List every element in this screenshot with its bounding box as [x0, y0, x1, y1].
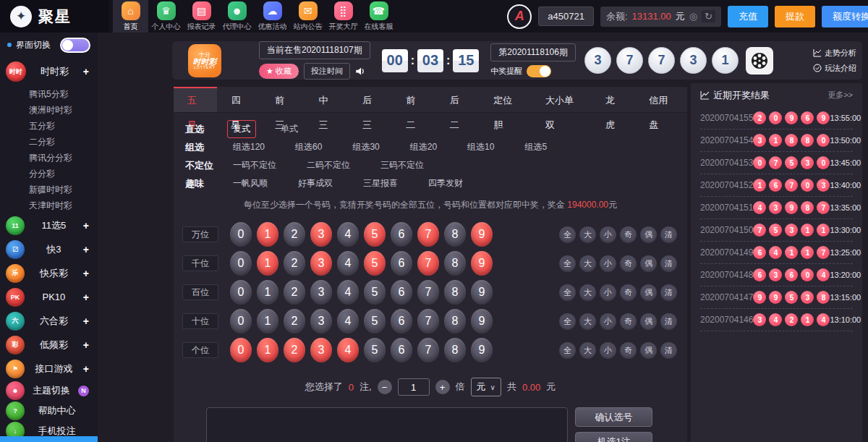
number-ball-2[interactable]: 2	[284, 222, 305, 247]
quick-button-大[interactable]: 大	[579, 255, 596, 272]
number-ball-7[interactable]: 7	[417, 251, 439, 276]
bet-slip-textarea[interactable]	[206, 407, 568, 442]
number-ball-2[interactable]: 2	[284, 338, 305, 362]
number-ball-4[interactable]: 4	[337, 338, 359, 362]
quick-button-大[interactable]: 大	[579, 313, 596, 330]
expand-plus-icon[interactable]: +	[83, 66, 89, 77]
sidebar-item-7[interactable]: 天津时时彩	[0, 197, 98, 213]
sidebar-group-shishicai[interactable]: 时时时时彩+	[0, 57, 98, 86]
sidebar-extra-item[interactable]: ?帮助中心	[0, 401, 98, 421]
number-ball-7[interactable]: 7	[417, 222, 439, 247]
favorite-button[interactable]: ★ 收藏	[259, 64, 299, 79]
refresh-icon[interactable]: ↻	[702, 10, 715, 22]
quick-button-清[interactable]: 清	[660, 284, 677, 301]
quick-button-全[interactable]: 全	[559, 255, 576, 272]
number-ball-8[interactable]: 8	[444, 338, 466, 362]
number-ball-6[interactable]: 6	[391, 309, 412, 333]
number-ball-2[interactable]: 2	[284, 251, 305, 276]
number-ball-2[interactable]: 2	[284, 280, 305, 305]
bet-option-组选5[interactable]: 组选5	[519, 138, 553, 156]
expand-plus-icon[interactable]: +	[83, 339, 89, 351]
bet-option-三码不定位[interactable]: 三码不定位	[375, 156, 430, 174]
bet-option-组选20[interactable]: 组选20	[404, 138, 443, 156]
number-ball-0[interactable]: 0	[230, 309, 252, 333]
number-ball-6[interactable]: 6	[391, 338, 412, 362]
quick-button-偶[interactable]: 偶	[640, 342, 657, 359]
bet-option-组选60[interactable]: 组选60	[289, 138, 328, 156]
expand-plus-icon[interactable]: +	[83, 244, 89, 255]
tab-后三[interactable]: 后三	[349, 87, 392, 112]
quick-button-偶[interactable]: 偶	[640, 255, 657, 272]
sidebar-extra-item[interactable]: ☻主题切换N	[0, 381, 98, 401]
nav-item-home[interactable]: ⌂首页	[113, 0, 148, 33]
number-ball-5[interactable]: 5	[364, 251, 386, 276]
nav-item-user-center[interactable]: ♛个人中心	[148, 0, 184, 33]
plus-button[interactable]: +	[435, 380, 450, 394]
quick-button-偶[interactable]: 偶	[640, 313, 657, 330]
eye-icon[interactable]: ◎	[689, 11, 697, 22]
tab-定位胆[interactable]: 定位胆	[480, 87, 532, 112]
nav-item-promotions[interactable]: ☁优惠活动	[255, 0, 290, 33]
quick-button-全[interactable]: 全	[559, 284, 576, 301]
quick-button-清[interactable]: 清	[660, 226, 677, 243]
nav-item-agent-center[interactable]: ☻代理中心	[219, 0, 255, 33]
sidebar-item-3[interactable]: 二分彩	[0, 134, 98, 150]
bet-option-组选10[interactable]: 组选10	[461, 138, 500, 156]
sidebar-item-0[interactable]: 腾讯5分彩	[0, 86, 98, 102]
number-ball-3[interactable]: 3	[310, 280, 332, 305]
number-ball-1[interactable]: 1	[257, 338, 278, 362]
site-logo[interactable]: ✦ 聚星	[0, 0, 109, 33]
number-ball-7[interactable]: 7	[417, 338, 439, 362]
number-ball-1[interactable]: 1	[257, 251, 278, 276]
quick-button-奇[interactable]: 奇	[620, 284, 637, 301]
number-ball-2[interactable]: 2	[284, 309, 305, 333]
nav-item-online-service[interactable]: ☎在线客服	[361, 0, 396, 33]
tab-后二[interactable]: 后二	[436, 87, 480, 112]
number-ball-0[interactable]: 0	[230, 280, 252, 305]
quick-button-大[interactable]: 大	[579, 284, 596, 301]
number-ball-4[interactable]: 4	[337, 222, 359, 247]
number-ball-1[interactable]: 1	[257, 309, 278, 333]
quick-button-偶[interactable]: 偶	[640, 226, 657, 243]
bet-option-三星报喜[interactable]: 三星报喜	[357, 174, 404, 192]
expand-plus-icon[interactable]: +	[83, 292, 89, 303]
quick-button-小[interactable]: 小	[600, 226, 616, 243]
number-ball-5[interactable]: 5	[364, 338, 386, 362]
number-ball-5[interactable]: 5	[364, 222, 386, 247]
sidebar-item-5[interactable]: 分分彩	[0, 166, 98, 182]
bet-option-二码不定位[interactable]: 二码不定位	[301, 156, 356, 174]
bet-option-组选120[interactable]: 组选120	[227, 138, 271, 156]
random-pick-button[interactable]: 机选1注	[575, 432, 652, 442]
number-ball-5[interactable]: 5	[364, 280, 386, 305]
quick-button-全[interactable]: 全	[559, 226, 576, 243]
tab-五星[interactable]: 五星	[174, 87, 217, 112]
quick-button-奇[interactable]: 奇	[620, 342, 637, 359]
multiplier-input[interactable]	[398, 378, 430, 396]
number-ball-4[interactable]: 4	[337, 280, 359, 305]
sidebar-item-1[interactable]: 澳洲时时彩	[0, 102, 98, 118]
number-ball-8[interactable]: 8	[444, 222, 466, 247]
more-link[interactable]: 更多>>	[827, 90, 853, 101]
confirm-selection-button[interactable]: 确认选号	[575, 407, 652, 427]
number-ball-7[interactable]: 7	[417, 309, 439, 333]
number-ball-9[interactable]: 9	[471, 309, 493, 333]
minus-button[interactable]: −	[378, 380, 392, 394]
tab-信用盘[interactable]: 信用盘	[635, 87, 687, 112]
bet-option-组选30[interactable]: 组选30	[346, 138, 385, 156]
number-ball-6[interactable]: 6	[391, 251, 412, 276]
number-ball-1[interactable]: 1	[257, 280, 278, 305]
nav-item-reports[interactable]: ▤报表记录	[184, 0, 219, 33]
tab-龙虎[interactable]: 龙虎	[592, 87, 635, 112]
video-reel-button[interactable]	[746, 47, 773, 75]
number-ball-4[interactable]: 4	[337, 251, 359, 276]
tab-前二[interactable]: 前二	[392, 87, 435, 112]
bet-option-好事成双[interactable]: 好事成双	[292, 174, 339, 192]
number-ball-8[interactable]: 8	[444, 251, 466, 276]
withdraw-button[interactable]: 提款	[775, 6, 815, 27]
quick-button-奇[interactable]: 奇	[620, 313, 637, 330]
speaker-icon[interactable]	[355, 67, 366, 76]
quick-button-奇[interactable]: 奇	[620, 255, 637, 272]
sidebar-game-item[interactable]: 彩低频彩+	[0, 333, 98, 357]
number-ball-0[interactable]: 0	[230, 251, 252, 276]
quick-button-清[interactable]: 清	[660, 342, 677, 359]
